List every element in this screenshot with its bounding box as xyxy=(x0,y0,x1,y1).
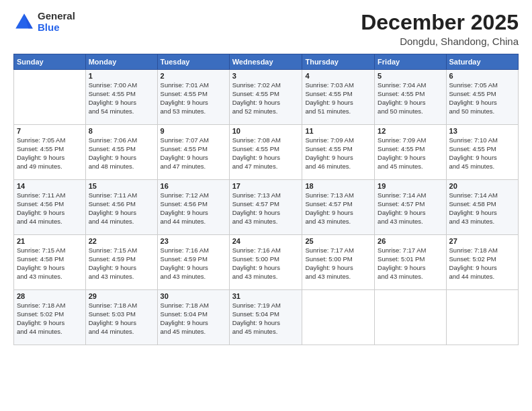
day-number: 25 xyxy=(305,237,371,245)
day-number: 26 xyxy=(378,237,443,245)
table-cell: 9Sunrise: 7:07 AM Sunset: 4:55 PM Daylig… xyxy=(157,125,229,180)
table-cell: 28Sunrise: 7:18 AM Sunset: 5:02 PM Dayli… xyxy=(14,290,86,345)
table-cell: 16Sunrise: 7:12 AM Sunset: 4:56 PM Dayli… xyxy=(157,180,229,235)
day-info: Sunrise: 7:08 AM Sunset: 4:55 PM Dayligh… xyxy=(232,136,300,171)
day-info: Sunrise: 7:12 AM Sunset: 4:56 PM Dayligh… xyxy=(161,191,226,226)
table-cell: 4Sunrise: 7:03 AM Sunset: 4:55 PM Daylig… xyxy=(302,70,375,125)
table-cell: 22Sunrise: 7:15 AM Sunset: 4:59 PM Dayli… xyxy=(85,235,157,290)
col-sunday: Sunday xyxy=(14,54,86,70)
location: Dongdu, Shandong, China xyxy=(361,36,519,47)
table-cell: 11Sunrise: 7:09 AM Sunset: 4:55 PM Dayli… xyxy=(302,125,375,180)
table-cell: 12Sunrise: 7:09 AM Sunset: 4:55 PM Dayli… xyxy=(375,125,446,180)
table-cell: 30Sunrise: 7:18 AM Sunset: 5:04 PM Dayli… xyxy=(157,290,229,345)
table-cell: 29Sunrise: 7:18 AM Sunset: 5:03 PM Dayli… xyxy=(85,290,157,345)
table-cell: 19Sunrise: 7:14 AM Sunset: 4:57 PM Dayli… xyxy=(375,180,446,235)
day-number: 31 xyxy=(232,292,300,300)
day-number: 27 xyxy=(449,237,515,245)
day-info: Sunrise: 7:09 AM Sunset: 4:55 PM Dayligh… xyxy=(378,136,443,171)
day-number: 16 xyxy=(161,182,226,190)
logo-blue-text: Blue xyxy=(38,22,75,34)
table-cell: 15Sunrise: 7:11 AM Sunset: 4:56 PM Dayli… xyxy=(85,180,157,235)
day-number: 9 xyxy=(161,127,226,135)
day-number: 12 xyxy=(378,127,443,135)
day-number: 21 xyxy=(17,237,83,245)
day-info: Sunrise: 7:16 AM Sunset: 4:59 PM Dayligh… xyxy=(161,246,226,281)
col-thursday: Thursday xyxy=(302,54,375,70)
table-cell: 6Sunrise: 7:05 AM Sunset: 4:55 PM Daylig… xyxy=(446,70,518,125)
day-number: 13 xyxy=(449,127,515,135)
day-number: 6 xyxy=(449,72,515,80)
day-info: Sunrise: 7:18 AM Sunset: 5:02 PM Dayligh… xyxy=(449,246,515,281)
day-number: 1 xyxy=(89,72,154,80)
day-number: 2 xyxy=(161,72,226,80)
day-number: 10 xyxy=(232,127,300,135)
table-cell xyxy=(375,290,446,345)
day-info: Sunrise: 7:16 AM Sunset: 5:00 PM Dayligh… xyxy=(232,246,300,281)
day-number: 20 xyxy=(449,182,515,190)
day-number: 14 xyxy=(17,182,83,190)
day-info: Sunrise: 7:10 AM Sunset: 4:55 PM Dayligh… xyxy=(449,136,515,171)
logo-icon xyxy=(13,11,35,33)
day-info: Sunrise: 7:17 AM Sunset: 5:01 PM Dayligh… xyxy=(378,246,443,281)
page-header: General Blue December 2025 Dongdu, Shand… xyxy=(13,11,519,47)
day-number: 19 xyxy=(378,182,443,190)
day-info: Sunrise: 7:18 AM Sunset: 5:03 PM Dayligh… xyxy=(89,302,154,336)
table-cell: 25Sunrise: 7:17 AM Sunset: 5:00 PM Dayli… xyxy=(302,235,375,290)
day-info: Sunrise: 7:05 AM Sunset: 4:55 PM Dayligh… xyxy=(449,81,515,116)
table-cell: 21Sunrise: 7:15 AM Sunset: 4:58 PM Dayli… xyxy=(14,235,86,290)
day-number: 15 xyxy=(89,182,154,190)
table-cell xyxy=(302,290,375,345)
day-info: Sunrise: 7:14 AM Sunset: 4:57 PM Dayligh… xyxy=(378,191,443,226)
col-wednesday: Wednesday xyxy=(229,54,302,70)
table-cell: 5Sunrise: 7:04 AM Sunset: 4:55 PM Daylig… xyxy=(375,70,446,125)
day-info: Sunrise: 7:06 AM Sunset: 4:55 PM Dayligh… xyxy=(89,136,154,171)
day-number: 7 xyxy=(17,127,83,135)
day-number: 22 xyxy=(89,237,154,245)
table-cell: 13Sunrise: 7:10 AM Sunset: 4:55 PM Dayli… xyxy=(446,125,518,180)
table-cell: 3Sunrise: 7:02 AM Sunset: 4:55 PM Daylig… xyxy=(229,70,302,125)
week-row-4: 21Sunrise: 7:15 AM Sunset: 4:58 PM Dayli… xyxy=(14,235,519,290)
week-row-5: 28Sunrise: 7:18 AM Sunset: 5:02 PM Dayli… xyxy=(14,290,519,345)
day-number: 17 xyxy=(232,182,300,190)
logo: General Blue xyxy=(13,11,75,33)
week-row-1: 1Sunrise: 7:00 AM Sunset: 4:55 PM Daylig… xyxy=(14,70,519,125)
week-row-3: 14Sunrise: 7:11 AM Sunset: 4:56 PM Dayli… xyxy=(14,180,519,235)
title-area: December 2025 Dongdu, Shandong, China xyxy=(361,11,519,47)
day-number: 11 xyxy=(305,127,371,135)
col-monday: Monday xyxy=(85,54,157,70)
day-info: Sunrise: 7:13 AM Sunset: 4:57 PM Dayligh… xyxy=(232,191,300,226)
calendar-header-row: Sunday Monday Tuesday Wednesday Thursday… xyxy=(14,54,519,70)
day-number: 5 xyxy=(378,72,443,80)
logo-general-text: General xyxy=(38,11,75,22)
day-info: Sunrise: 7:15 AM Sunset: 4:59 PM Dayligh… xyxy=(89,246,154,281)
month-title: December 2025 xyxy=(361,11,519,34)
day-info: Sunrise: 7:13 AM Sunset: 4:57 PM Dayligh… xyxy=(305,191,371,226)
day-number: 3 xyxy=(232,72,300,80)
day-info: Sunrise: 7:01 AM Sunset: 4:55 PM Dayligh… xyxy=(161,81,226,116)
day-info: Sunrise: 7:15 AM Sunset: 4:58 PM Dayligh… xyxy=(17,246,83,281)
table-cell: 7Sunrise: 7:05 AM Sunset: 4:55 PM Daylig… xyxy=(14,125,86,180)
table-cell: 10Sunrise: 7:08 AM Sunset: 4:55 PM Dayli… xyxy=(229,125,302,180)
day-number: 18 xyxy=(305,182,371,190)
table-cell: 18Sunrise: 7:13 AM Sunset: 4:57 PM Dayli… xyxy=(302,180,375,235)
day-info: Sunrise: 7:00 AM Sunset: 4:55 PM Dayligh… xyxy=(89,81,154,116)
day-info: Sunrise: 7:19 AM Sunset: 5:04 PM Dayligh… xyxy=(232,302,300,336)
day-info: Sunrise: 7:07 AM Sunset: 4:55 PM Dayligh… xyxy=(161,136,226,171)
day-number: 29 xyxy=(89,292,154,300)
day-number: 8 xyxy=(89,127,154,135)
table-cell: 24Sunrise: 7:16 AM Sunset: 5:00 PM Dayli… xyxy=(229,235,302,290)
col-tuesday: Tuesday xyxy=(157,54,229,70)
table-cell: 31Sunrise: 7:19 AM Sunset: 5:04 PM Dayli… xyxy=(229,290,302,345)
day-number: 30 xyxy=(161,292,226,300)
col-saturday: Saturday xyxy=(446,54,518,70)
day-number: 28 xyxy=(17,292,83,300)
day-info: Sunrise: 7:09 AM Sunset: 4:55 PM Dayligh… xyxy=(305,136,371,171)
day-info: Sunrise: 7:17 AM Sunset: 5:00 PM Dayligh… xyxy=(305,246,371,281)
table-cell: 20Sunrise: 7:14 AM Sunset: 4:58 PM Dayli… xyxy=(446,180,518,235)
day-info: Sunrise: 7:03 AM Sunset: 4:55 PM Dayligh… xyxy=(305,81,371,116)
table-cell xyxy=(446,290,518,345)
day-number: 4 xyxy=(305,72,371,80)
day-number: 23 xyxy=(161,237,226,245)
day-info: Sunrise: 7:18 AM Sunset: 5:02 PM Dayligh… xyxy=(17,302,83,336)
day-info: Sunrise: 7:05 AM Sunset: 4:55 PM Dayligh… xyxy=(17,136,83,171)
